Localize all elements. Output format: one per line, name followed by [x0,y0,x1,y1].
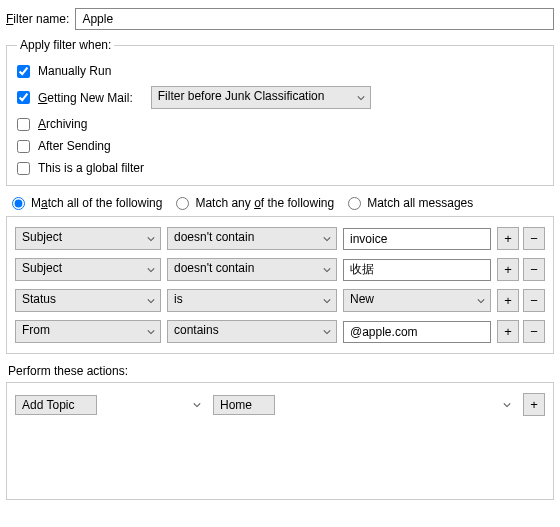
action-value-select[interactable]: Home [213,395,275,415]
getting-mail-label: Getting New Mail: [38,91,133,105]
filter-name-input[interactable] [75,8,554,30]
match-all-label: Match all of the following [31,196,162,210]
criteria-row: Fromcontains+− [15,320,545,343]
archiving-label: Archiving [38,117,87,131]
criteria-value-select[interactable]: New [343,289,491,312]
after-sending-label: After Sending [38,139,111,153]
criteria-value-input[interactable] [343,228,491,250]
criteria-op-select[interactable]: is [167,289,337,312]
junk-timing-select[interactable]: Filter before Junk Classification [151,86,371,109]
criteria-value-input[interactable] [343,321,491,343]
chevron-down-icon [503,401,511,409]
perform-actions-label: Perform these actions: [8,364,554,378]
criteria-value-input[interactable] [343,259,491,281]
criteria-op-select[interactable]: doesn't contain [167,258,337,281]
actions-list: Add TopicHome+ [6,382,554,500]
apply-filter-legend: Apply filter when: [17,38,114,52]
match-any-radio[interactable] [176,197,189,210]
getting-mail-checkbox[interactable] [17,91,30,104]
criteria-row: Subjectdoesn't contain+− [15,258,545,281]
remove-criterion-button[interactable]: − [523,320,545,343]
remove-criterion-button[interactable]: − [523,289,545,312]
filter-name-label: Filter name: [6,12,69,26]
add-criterion-button[interactable]: + [497,258,519,281]
apply-filter-group: Apply filter when: Manually Run Getting … [6,38,554,186]
remove-criterion-button[interactable]: − [523,258,545,281]
match-all-radio[interactable] [12,197,25,210]
action-type-select[interactable]: Add Topic [15,395,97,415]
match-allmsg-radio[interactable] [348,197,361,210]
add-criterion-button[interactable]: + [497,227,519,250]
criteria-list: Subjectdoesn't contain+−Subjectdoesn't c… [6,216,554,354]
criteria-field-select[interactable]: From [15,320,161,343]
criteria-field-select[interactable]: Subject [15,227,161,250]
after-sending-checkbox[interactable] [17,140,30,153]
criteria-field-select[interactable]: Status [15,289,161,312]
match-allmsg-label: Match all messages [367,196,473,210]
archiving-checkbox[interactable] [17,118,30,131]
add-criterion-button[interactable]: + [497,289,519,312]
match-any-label: Match any of the following [195,196,334,210]
global-filter-checkbox[interactable] [17,162,30,175]
remove-criterion-button[interactable]: − [523,227,545,250]
criteria-op-select[interactable]: contains [167,320,337,343]
criteria-field-select[interactable]: Subject [15,258,161,281]
chevron-down-icon [193,401,201,409]
add-criterion-button[interactable]: + [497,320,519,343]
criteria-row: Subjectdoesn't contain+− [15,227,545,250]
manual-run-checkbox[interactable] [17,65,30,78]
action-row: Add TopicHome+ [15,393,545,416]
manual-run-label: Manually Run [38,64,111,78]
add-action-button[interactable]: + [523,393,545,416]
criteria-row: StatusisNew+− [15,289,545,312]
match-mode-group: Match all of the following Match any of … [12,196,554,210]
criteria-op-select[interactable]: doesn't contain [167,227,337,250]
global-filter-label: This is a global filter [38,161,144,175]
